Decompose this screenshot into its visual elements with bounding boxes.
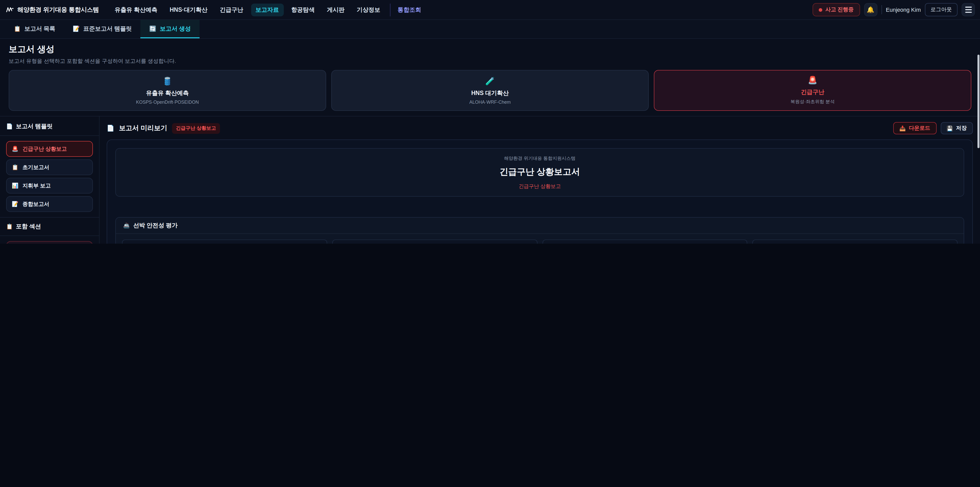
save-button[interactable]: 💾 저장 xyxy=(940,122,973,134)
template-item-label: 초기보고서 xyxy=(22,164,49,171)
notification-bell-button[interactable]: 🔔 xyxy=(864,3,877,16)
nav-item-weather[interactable]: 기상정보 xyxy=(352,3,385,16)
type-card-title: 유출유 확산예측 xyxy=(146,89,189,97)
template-item-emergency-report[interactable]: 🚨 긴급구난 상황보고 xyxy=(6,141,93,157)
oil-drum-icon: 🛢️ xyxy=(162,77,172,86)
type-card-subtitle: KOSPS·OpenDrift·POSEIDON xyxy=(136,99,199,104)
top-navbar: 해양환경 위기대응 통합시스템 유출유 확산예측 HNS·대기확산 긴급구난 보… xyxy=(0,0,980,20)
type-card-title: 긴급구난 xyxy=(801,88,824,96)
tab-standard-templates[interactable]: 📝 표준보고서 템플릿 xyxy=(64,20,141,38)
clipboard-icon: 📋 xyxy=(14,25,21,32)
download-label: 다운로드 xyxy=(909,125,930,132)
navbar-right: 사고 진행중 🔔 Eunjeong Kim 로그아웃 xyxy=(813,3,975,16)
content-body: 📄 보고서 템플릿 🚨 긴급구난 상황보고 📋 초기보고서 📊 지휘부 보고 📝… xyxy=(0,116,980,244)
incident-dot-icon xyxy=(819,8,822,11)
type-card-subtitle: ALOHA·WRF-Chem xyxy=(469,99,511,104)
stability-metrics: GM (복원력) 0.82 m 경사각 (Heel) 8.5° 트림 (Trim… xyxy=(116,234,964,244)
report-preview-panel: 해양환경 위기대응 통합지원시스템 긴급구난 상황보고서 긴급구난 상황보고 🚢… xyxy=(107,139,973,244)
report-section-ship-stability: 🚢 선박 안전성 평가 GM (복원력) 0.82 m 경사각 (Heel) 8… xyxy=(115,217,964,244)
tab-report-generate[interactable]: 🔄 보고서 생성 xyxy=(141,20,200,38)
document-icon: 📄 xyxy=(6,123,13,130)
save-label: 저장 xyxy=(956,125,967,132)
test-tube-icon: 🧪 xyxy=(485,77,495,86)
section-title: 선박 안전성 평가 xyxy=(133,222,178,229)
nav-item-rescue[interactable]: 긴급구난 xyxy=(215,3,248,16)
tab-report-list[interactable]: 📋 보고서 목록 xyxy=(5,20,64,38)
preview-header: 📄 보고서 미리보기 긴급구난 상황보고 📥 다운로드 💾 저장 xyxy=(107,121,973,135)
memo-icon: 📝 xyxy=(12,201,18,208)
app-title: 해양환경 위기대응 통합시스템 xyxy=(18,5,99,14)
sections-header-label: 포함 섹션 xyxy=(16,223,41,230)
section-toggle-ship-stability[interactable]: ✓ 🚢선박 안전성 평가 GM, 경사각, 트림 분석 xyxy=(6,241,93,244)
page-header: 보고서 생성 보고서 유형을 선택하고 포함할 섹션을 구성하여 보고서를 생성… xyxy=(0,39,980,67)
preview-area: 📄 보고서 미리보기 긴급구난 상황보고 📥 다운로드 💾 저장 해양환 xyxy=(100,117,980,244)
incident-status-badge: 사고 진행중 xyxy=(813,3,860,16)
template-item-initial-report[interactable]: 📋 초기보고서 xyxy=(6,160,93,175)
page-title: 보고서 생성 xyxy=(9,43,971,55)
brand-logo[interactable]: 해양환경 위기대응 통합시스템 xyxy=(6,5,99,14)
app-root: 해양환경 위기대응 통합시스템 유출유 확산예측 HNS·대기확산 긴급구난 보… xyxy=(0,0,980,244)
sections-header: 📋 포함 섹션 xyxy=(6,223,93,230)
report-type-cards: 🛢️ 유출유 확산예측 KOSPS·OpenDrift·POSEIDON 🧪 H… xyxy=(9,70,971,111)
nav-right-divider xyxy=(881,5,882,14)
nav-item-board[interactable]: 게시판 xyxy=(322,3,349,16)
document-icon: 📄 xyxy=(107,125,115,132)
templates-header-label: 보고서 템플릿 xyxy=(16,123,52,130)
metric-card-safety-status: 안전 상태 주의 xyxy=(752,240,958,244)
report-tabbar: 📋 보고서 목록 📝 표준보고서 템플릿 🔄 보고서 생성 xyxy=(0,20,980,39)
preview-title: 보고서 미리보기 xyxy=(119,124,167,133)
main-nav: 유출유 확산예측 HNS·대기확산 긴급구난 보고자료 항공탐색 게시판 기상정… xyxy=(110,3,426,16)
template-item-label: 긴급구난 상황보고 xyxy=(22,145,67,152)
section-header: 🚢 선박 안전성 평가 xyxy=(116,217,964,234)
metric-card-gm: GM (복원력) 0.82 m xyxy=(122,240,327,244)
nav-item-hns[interactable]: HNS·대기확산 xyxy=(165,3,212,16)
template-item-comprehensive-report[interactable]: 📝 종합보고서 xyxy=(6,196,93,212)
clipboard-icon: 📋 xyxy=(6,223,13,230)
menu-hamburger-button[interactable] xyxy=(962,3,975,16)
siren-icon: 🚨 xyxy=(808,76,817,85)
preview-template-badge: 긴급구난 상황보고 xyxy=(172,123,220,134)
logout-button[interactable]: 로그아웃 xyxy=(925,3,958,16)
sidebar: 📄 보고서 템플릿 🚨 긴급구난 상황보고 📋 초기보고서 📊 지휘부 보고 📝… xyxy=(0,117,100,244)
download-button[interactable]: 📥 다운로드 xyxy=(893,122,936,134)
report-title: 긴급구난 상황보고서 xyxy=(116,166,964,178)
clipboard-icon: 📋 xyxy=(12,164,18,171)
tab-label: 표준보고서 템플릿 xyxy=(83,25,132,32)
download-icon: 📥 xyxy=(899,125,906,131)
sidebar-divider xyxy=(0,235,99,236)
bell-icon: 🔔 xyxy=(867,6,874,13)
sidebar-divider xyxy=(0,217,99,217)
metric-card-trim: 트림 (Trim) 1.2 m (선미) xyxy=(542,240,748,244)
template-item-label: 종합보고서 xyxy=(22,200,49,208)
tab-label: 보고서 목록 xyxy=(24,25,55,32)
templates-header: 📄 보고서 템플릿 xyxy=(6,123,93,130)
save-icon: 💾 xyxy=(947,125,953,131)
type-card-subtitle: 복원성·좌초위험 분석 xyxy=(791,99,835,105)
type-card-oil-spill[interactable]: 🛢️ 유출유 확산예측 KOSPS·OpenDrift·POSEIDON xyxy=(9,70,326,111)
wave-logo-icon xyxy=(6,6,14,13)
preview-actions: 📥 다운로드 💾 저장 xyxy=(893,122,973,134)
page-scrollbar[interactable] xyxy=(977,0,980,244)
refresh-icon: 🔄 xyxy=(149,25,156,32)
incident-status-label: 사고 진행중 xyxy=(825,6,854,13)
scrollbar-thumb[interactable] xyxy=(977,55,980,148)
report-title-block: 해양환경 위기대응 통합지원시스템 긴급구난 상황보고서 긴급구난 상황보고 xyxy=(115,148,964,196)
type-card-hns[interactable]: 🧪 HNS 대기확산 ALOHA·WRF-Chem xyxy=(331,70,649,111)
bar-chart-icon: 📊 xyxy=(12,182,18,189)
template-item-command-report[interactable]: 📊 지휘부 보고 xyxy=(6,178,93,193)
nav-item-integrated-search[interactable]: 통합조회 xyxy=(390,3,426,16)
sidebar-divider xyxy=(0,135,99,136)
nav-item-reports[interactable]: 보고자료 xyxy=(251,3,283,16)
ship-icon: 🚢 xyxy=(123,222,130,229)
metric-card-heel: 경사각 (Heel) 8.5° xyxy=(332,240,538,244)
tab-label: 보고서 생성 xyxy=(160,25,191,32)
report-subtitle: 긴급구난 상황보고 xyxy=(116,183,964,190)
report-org-line: 해양환경 위기대응 통합지원시스템 xyxy=(116,155,964,162)
nav-item-air-search[interactable]: 항공탐색 xyxy=(286,3,319,16)
page-subtitle: 보고서 유형을 선택하고 포함할 섹션을 구성하여 보고서를 생성합니다. xyxy=(9,58,971,65)
memo-icon: 📝 xyxy=(73,25,80,32)
type-card-rescue[interactable]: 🚨 긴급구난 복원성·좌초위험 분석 xyxy=(654,70,971,111)
nav-item-oil-spill[interactable]: 유출유 확산예측 xyxy=(110,3,162,16)
type-card-title: HNS 대기확산 xyxy=(471,89,509,97)
user-name: Eunjeong Kim xyxy=(886,6,921,13)
